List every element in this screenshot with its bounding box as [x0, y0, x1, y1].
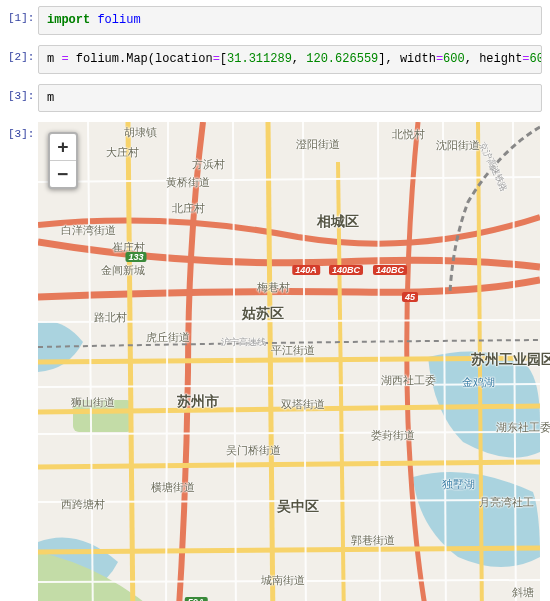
func-call: folium.Map — [76, 52, 148, 66]
svg-rect-1 — [73, 400, 133, 432]
code-cell-2: [2]: m = folium.Map(location=[31.311289,… — [8, 45, 542, 74]
code-cell-1: [1]: import folium — [8, 6, 542, 35]
output-area: 胡埭镇 北悦村 沈阳街道 大庄村 澄阳街道 方浜村 黄桥街道 北庄村 相城区 白… — [38, 122, 542, 601]
open-paren: ( — [148, 52, 155, 66]
cell-prompt: [2]: — [8, 45, 38, 63]
road-shield: 133 — [125, 252, 146, 262]
road-shield: 140BC — [329, 265, 363, 275]
output-prompt: [3]: — [8, 122, 38, 140]
zoom-out-button[interactable]: − — [50, 160, 76, 187]
code-editor[interactable]: m — [38, 84, 542, 113]
code-editor[interactable]: m = folium.Map(location=[31.311289, 120.… — [38, 45, 542, 74]
arg-width: width — [400, 52, 436, 66]
output-cell: [3]: — [8, 122, 542, 601]
code-cell-3: [3]: m — [8, 84, 542, 113]
road-shield: 140A — [292, 265, 320, 275]
road-shield: 45 — [402, 292, 418, 302]
cell-prompt: [1]: — [8, 6, 38, 24]
cell-prompt: [3]: — [8, 84, 38, 102]
code-editor[interactable]: import folium — [38, 6, 542, 35]
zoom-in-button[interactable]: + — [50, 134, 76, 160]
op-assign: = — [61, 52, 68, 66]
road-shield: 140BC — [373, 265, 407, 275]
map-tiles — [38, 122, 540, 601]
lon-value: 120.626559 — [306, 52, 378, 66]
width-value: 600 — [443, 52, 465, 66]
arg-height: height — [479, 52, 522, 66]
var-m: m — [47, 91, 54, 105]
height-value: 600 — [530, 52, 542, 66]
var-m: m — [47, 52, 54, 66]
zoom-control: + − — [48, 132, 78, 189]
keyword-import: import — [47, 13, 90, 27]
road-shield: 59A — [185, 597, 208, 601]
arg-location: location — [155, 52, 213, 66]
module-name: folium — [97, 13, 140, 27]
lat-value: 31.311289 — [227, 52, 292, 66]
folium-map[interactable]: 胡埭镇 北悦村 沈阳街道 大庄村 澄阳街道 方浜村 黄桥街道 北庄村 相城区 白… — [38, 122, 540, 601]
